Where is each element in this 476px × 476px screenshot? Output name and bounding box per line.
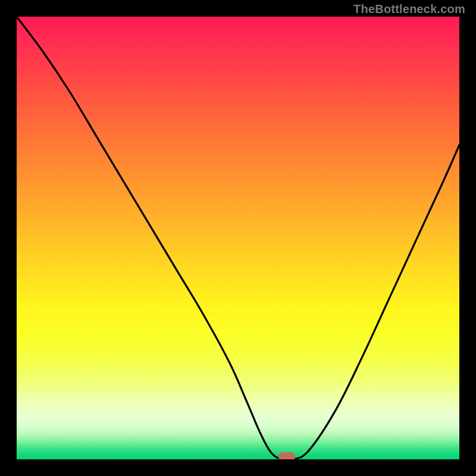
plot-area [17, 17, 459, 459]
bottleneck-curve [17, 17, 459, 459]
watermark-text: TheBottleneck.com [353, 2, 465, 16]
chart-stage: TheBottleneck.com [0, 0, 476, 476]
optimal-marker [278, 452, 295, 459]
